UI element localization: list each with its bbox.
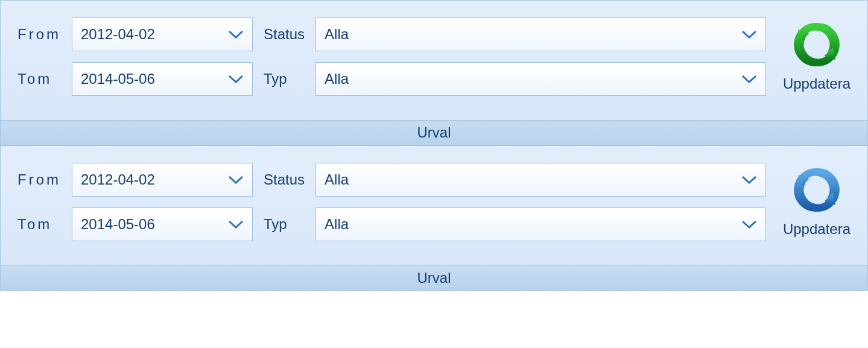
- tom-label: Tom: [17, 71, 61, 87]
- filter-row-group: From 2012-04-02 Status Alla Tom 2014-05-…: [1, 1, 867, 120]
- refresh-icon: [793, 166, 840, 217]
- from-date-dropdown[interactable]: 2012-04-02: [72, 17, 253, 51]
- status-label: Status: [264, 26, 305, 43]
- update-label: Uppdatera: [783, 75, 851, 92]
- update-button[interactable]: Uppdatera: [777, 166, 851, 238]
- filter-panel: From 2012-04-02 Status Alla Tom 2014-05-…: [0, 0, 868, 145]
- chevron-down-icon: [741, 30, 757, 39]
- panel-footer: Urval: [1, 120, 867, 145]
- typ-label: Typ: [264, 71, 305, 87]
- status-dropdown[interactable]: Alla: [315, 17, 766, 51]
- status-dropdown[interactable]: Alla: [315, 163, 766, 197]
- tom-label: Tom: [17, 216, 61, 233]
- update-button[interactable]: Uppdatera: [777, 21, 851, 92]
- typ-label: Typ: [264, 216, 305, 233]
- from-date-dropdown[interactable]: 2012-04-02: [72, 163, 253, 197]
- filter-panel: From 2012-04-02 Status Alla Tom 2014-05-…: [0, 145, 868, 291]
- chevron-down-icon: [741, 175, 757, 185]
- tom-date-dropdown[interactable]: 2014-05-06: [72, 207, 253, 241]
- chevron-down-icon: [228, 30, 244, 39]
- from-date-value: 2012-04-02: [81, 26, 155, 43]
- filter-row-group: From 2012-04-02 Status Alla Tom 2014-05-…: [1, 146, 867, 265]
- typ-value: Alla: [325, 216, 349, 233]
- update-label: Uppdatera: [783, 221, 851, 238]
- status-value: Alla: [325, 26, 349, 43]
- from-label: From: [17, 171, 61, 188]
- status-label: Status: [264, 171, 305, 188]
- status-value: Alla: [325, 171, 349, 188]
- typ-dropdown[interactable]: Alla: [315, 62, 766, 96]
- chevron-down-icon: [741, 220, 757, 229]
- chevron-down-icon: [228, 74, 244, 84]
- chevron-down-icon: [741, 74, 757, 84]
- chevron-down-icon: [228, 175, 244, 185]
- chevron-down-icon: [228, 220, 244, 229]
- from-date-value: 2012-04-02: [81, 171, 155, 188]
- tom-date-value: 2014-05-06: [81, 216, 155, 233]
- typ-value: Alla: [325, 71, 349, 87]
- tom-date-value: 2014-05-06: [81, 71, 155, 87]
- from-label: From: [17, 26, 61, 43]
- panel-footer: Urval: [1, 265, 867, 290]
- tom-date-dropdown[interactable]: 2014-05-06: [72, 62, 253, 96]
- typ-dropdown[interactable]: Alla: [315, 207, 766, 241]
- refresh-icon: [793, 21, 840, 72]
